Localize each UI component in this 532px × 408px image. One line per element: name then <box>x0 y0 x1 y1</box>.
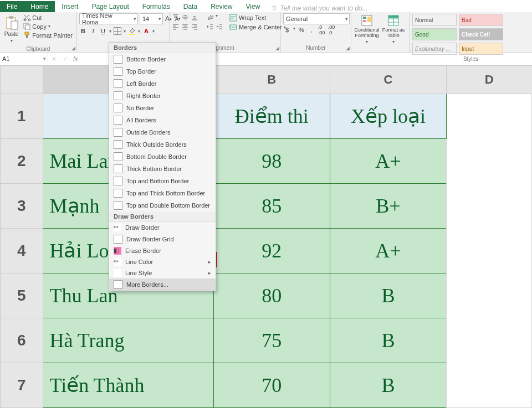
dd-top-bottom-border[interactable]: Top and Bottom Border <box>109 175 216 187</box>
col-header-d[interactable]: D <box>446 66 531 94</box>
fx-icon[interactable]: fx <box>70 55 81 62</box>
tab-page-layout[interactable]: Page Layout <box>85 1 135 12</box>
dd-all-borders[interactable]: All Borders <box>109 114 216 126</box>
style-normal[interactable]: Normal <box>412 14 457 26</box>
font-name-combo[interactable]: Times New Roma <box>79 13 138 24</box>
wrap-text-button[interactable]: Wrap Text <box>228 13 288 22</box>
cell-c2[interactable]: A+ <box>330 139 447 184</box>
cell-c3[interactable]: B+ <box>330 184 447 229</box>
dialog-launcher-icon[interactable]: ◢ <box>71 45 75 51</box>
number-format-combo[interactable]: General <box>283 13 350 24</box>
cut-button[interactable]: Cut <box>22 13 74 22</box>
tab-data[interactable]: Data <box>177 1 204 12</box>
dd-top-border[interactable]: Top Border <box>109 65 216 78</box>
tab-file[interactable]: File <box>0 1 24 12</box>
style-explanatory[interactable]: Explanatory ... <box>412 43 457 55</box>
cell-b4[interactable]: 92 <box>213 229 330 273</box>
col-header-b[interactable]: B <box>213 66 330 94</box>
cell-c1[interactable]: Xếp loại <box>330 94 447 139</box>
borders-button[interactable] <box>114 27 121 35</box>
dd-top-double-bottom-border[interactable]: Top and Double Bottom Border <box>109 199 216 211</box>
dd-thick-bottom-border[interactable]: Thick Bottom Border <box>109 163 216 175</box>
tab-formulas[interactable]: Formulas <box>136 1 177 12</box>
tab-view[interactable]: View <box>239 1 267 12</box>
italic-button[interactable]: I <box>89 27 97 35</box>
dd-right-border[interactable]: Right Border <box>109 90 216 102</box>
cell-d-empty[interactable] <box>446 94 531 408</box>
underline-button[interactable]: U <box>99 27 107 35</box>
cell-c4[interactable]: A+ <box>330 229 447 273</box>
cell-b3[interactable]: 85 <box>213 184 330 229</box>
font-size-combo[interactable]: 14 <box>140 13 163 24</box>
comma-format-button[interactable]: , <box>308 26 315 34</box>
dd-line-style[interactable]: Line Style▸ <box>109 267 216 278</box>
align-right-button[interactable] <box>191 23 198 30</box>
decrease-decimal-button[interactable]: .00.0 <box>328 26 335 34</box>
orientation-button[interactable]: ab <box>206 13 214 21</box>
dialog-launcher-icon[interactable]: ◢ <box>346 45 350 51</box>
row-header-2[interactable]: 2 <box>1 139 43 184</box>
dd-line-color[interactable]: ✏Line Color▸ <box>109 256 216 267</box>
fill-color-button[interactable] <box>128 27 136 35</box>
cancel-formula-button[interactable]: ✕ <box>48 55 59 63</box>
align-middle-button[interactable] <box>181 13 189 21</box>
align-bottom-button[interactable] <box>191 13 198 21</box>
row-header-5[interactable]: 5 <box>1 273 43 318</box>
cell-a7[interactable]: Tiến Thành <box>43 363 213 408</box>
select-all-corner[interactable] <box>1 66 43 94</box>
col-header-c[interactable]: C <box>330 66 447 94</box>
tab-review[interactable]: Review <box>204 1 239 12</box>
cell-c5[interactable]: B <box>330 273 447 318</box>
format-as-table-button[interactable]: Format as Table▾ <box>381 13 406 45</box>
dd-erase-border[interactable]: ◧Erase Border <box>109 245 216 256</box>
dd-outside-borders[interactable]: Outside Borders <box>109 126 216 138</box>
style-bad[interactable]: Bad <box>459 14 503 26</box>
cell-b2[interactable]: 98 <box>213 139 330 184</box>
increase-indent-button[interactable] <box>216 23 223 30</box>
cell-b5[interactable]: 80 <box>213 273 330 318</box>
align-center-button[interactable] <box>181 23 189 30</box>
style-input[interactable]: Input <box>459 43 503 55</box>
dd-bottom-double-border[interactable]: Bottom Double Border <box>109 151 216 163</box>
cell-b1[interactable]: Điểm thi <box>213 94 330 139</box>
percent-format-button[interactable]: % <box>298 26 305 34</box>
dd-top-thick-bottom-border[interactable]: Top and Thick Bottom Border <box>109 187 216 199</box>
dd-draw-border[interactable]: ✏Draw Border <box>109 222 216 233</box>
align-top-button[interactable] <box>172 13 180 21</box>
tell-me[interactable]: Tell me what you want to do... <box>271 4 367 12</box>
row-header-3[interactable]: 3 <box>1 184 43 229</box>
dd-thick-outside-borders[interactable]: Thick Outside Borders <box>109 138 216 151</box>
row-header-7[interactable]: 7 <box>1 363 43 408</box>
cell-c6[interactable]: B <box>330 318 447 363</box>
dd-bottom-border[interactable]: Bottom Border <box>109 53 216 65</box>
bold-button[interactable]: B <box>79 27 87 35</box>
style-check-cell[interactable]: Check Cell <box>459 28 503 40</box>
format-painter-button[interactable]: Format Painter <box>22 31 74 39</box>
merge-center-button[interactable]: Merge & Center▾ <box>228 23 288 32</box>
font-color-button[interactable]: A <box>142 27 150 35</box>
accounting-format-button[interactable]: $ <box>283 26 291 34</box>
dd-more-borders[interactable]: More Borders... <box>109 278 216 291</box>
copy-button[interactable]: Copy▾ <box>22 22 74 30</box>
increase-decimal-button[interactable]: .0.00 <box>318 26 325 34</box>
cell-a6[interactable]: Hà Trang <box>43 318 213 363</box>
paste-button[interactable]: Paste ▾ <box>2 13 21 45</box>
row-header-4[interactable]: 4 <box>1 229 43 273</box>
row-header-1[interactable]: 1 <box>1 94 43 139</box>
dd-left-border[interactable]: Left Border <box>109 78 216 90</box>
align-left-button[interactable] <box>172 23 180 30</box>
decrease-indent-button[interactable] <box>206 23 214 30</box>
dd-draw-border-grid[interactable]: Draw Border Grid <box>109 233 216 245</box>
accept-formula-button[interactable]: ✓ <box>59 55 70 63</box>
tab-insert[interactable]: Insert <box>55 1 85 12</box>
cell-c7[interactable]: B <box>330 363 447 408</box>
dialog-launcher-icon[interactable]: ◢ <box>275 45 279 51</box>
cell-b7[interactable]: 70 <box>213 363 330 408</box>
dd-no-border[interactable]: No Border <box>109 102 216 114</box>
row-header-6[interactable]: 6 <box>1 318 43 363</box>
tab-home[interactable]: Home <box>24 1 55 12</box>
conditional-formatting-button[interactable]: Conditional Formatting▾ <box>354 13 380 45</box>
cell-b6[interactable]: 75 <box>213 318 330 363</box>
name-box[interactable]: A1 <box>0 53 48 65</box>
style-good[interactable]: Good <box>412 28 457 40</box>
